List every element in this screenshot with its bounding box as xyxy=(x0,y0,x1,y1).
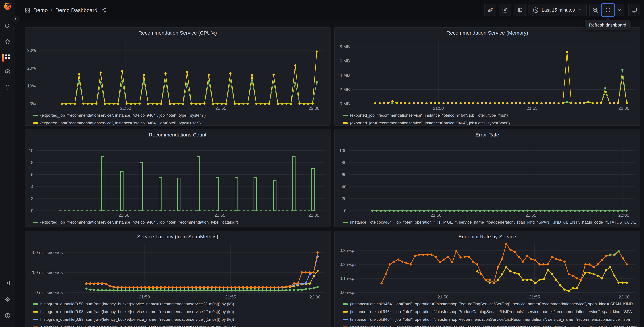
panel-legend: {exported_job="recommendationservice", i… xyxy=(336,113,639,126)
legend-color-chip xyxy=(33,326,38,327)
legend-item[interactable]: histogram_quantile(0.999, sum(rate(laten… xyxy=(33,325,329,327)
chart-area[interactable]: 02040608010021:5021:5522:00 xyxy=(336,140,639,219)
legend-color-chip xyxy=(343,122,348,124)
top-navbar: Demo / Demo Dashboard Last 15 minutes xyxy=(15,0,644,20)
legend-item[interactable]: {instance="otelcol:9464", job="otel", op… xyxy=(343,317,639,322)
svg-text:21:55: 21:55 xyxy=(216,106,226,111)
dashboard-grid: Recommendation Service (CPU%)0%10%20%30%… xyxy=(25,27,640,327)
chevron-down-icon xyxy=(616,7,623,13)
legend-label: {exported_job="recommendationservice", i… xyxy=(350,121,510,126)
svg-text:60: 60 xyxy=(342,172,346,177)
panel-title[interactable]: Service Latency (from SpanMetrics) xyxy=(26,231,329,242)
sidebar xyxy=(0,0,15,327)
legend-item[interactable]: {exported_job="recommendationservice", i… xyxy=(343,113,639,118)
svg-text:21:50: 21:50 xyxy=(438,294,448,300)
svg-text:0.3 req/s: 0.3 req/s xyxy=(340,248,356,253)
svg-text:22:00: 22:00 xyxy=(310,294,320,300)
legend-item[interactable]: {exported_job="recommendationservice", i… xyxy=(343,120,639,126)
legend-color-chip xyxy=(33,122,38,124)
panel-title[interactable]: Recommendation Service (CPU%) xyxy=(26,28,329,38)
panel-legend: {instance="otelcol:9464", job="otel", op… xyxy=(336,220,639,225)
legend-item[interactable]: {exported_job="recommendationservice", i… xyxy=(33,220,329,225)
panel-service-latency-from-spanmetrics: Service Latency (from SpanMetrics)0 mill… xyxy=(25,231,331,327)
monitor-icon xyxy=(631,7,638,13)
legend-item[interactable]: histogram_quantile(0.95, sum(rate(latenc… xyxy=(33,309,329,314)
panel-title[interactable]: Error Rate xyxy=(336,130,639,140)
share-icon[interactable] xyxy=(101,8,106,13)
dashboards-icon[interactable] xyxy=(4,54,10,60)
svg-text:200 milliseconds: 200 milliseconds xyxy=(30,270,63,275)
svg-text:21:55: 21:55 xyxy=(525,213,536,218)
grafana-logo[interactable] xyxy=(4,2,12,10)
panel-recommendation-service-cpu: Recommendation Service (CPU%)0%10%20%30%… xyxy=(25,27,331,126)
explore-compass-icon[interactable] xyxy=(4,69,10,75)
help-icon[interactable] xyxy=(4,312,10,318)
legend-label: histogram_quantile(0.95, sum(rate(latenc… xyxy=(40,309,234,314)
svg-text:0: 0 xyxy=(31,208,34,213)
legend-item[interactable]: {exported_job="recommendationservice", i… xyxy=(33,120,329,126)
panel-legend: {instance="otelcol:9464", job="otel", op… xyxy=(336,302,639,327)
svg-text:4 MB: 4 MB xyxy=(340,73,350,78)
panel-title[interactable]: Recommendations Count xyxy=(26,130,329,140)
legend-item[interactable]: {instance="otelcol:9464", job="otel", op… xyxy=(343,220,639,225)
svg-text:21:50: 21:50 xyxy=(433,106,444,111)
chart-area[interactable]: 0 MB2 MB4 MB6 MB8 MB21:5021:5522:00 xyxy=(336,38,639,112)
refresh-icon xyxy=(605,7,611,13)
legend-color-chip xyxy=(343,326,348,327)
svg-text:10: 10 xyxy=(28,148,34,153)
legend-color-chip xyxy=(343,311,348,312)
svg-text:22:00: 22:00 xyxy=(618,213,629,218)
legend-item[interactable]: histogram_quantile(0.99, sum(rate(latenc… xyxy=(33,317,329,322)
add-panel-button[interactable] xyxy=(484,4,496,16)
alerting-bell-icon[interactable] xyxy=(4,84,10,90)
dashboard-settings-button[interactable] xyxy=(514,4,526,16)
svg-text:40: 40 xyxy=(342,184,346,189)
search-icon[interactable] xyxy=(4,23,10,29)
svg-text:0: 0 xyxy=(344,208,346,213)
expand-sidebar-button[interactable] xyxy=(11,15,20,24)
svg-text:21:55: 21:55 xyxy=(526,106,538,111)
save-dashboard-button[interactable] xyxy=(499,4,511,16)
svg-text:22:00: 22:00 xyxy=(619,294,630,300)
svg-text:0 milliseconds: 0 milliseconds xyxy=(36,290,63,295)
chart-area[interactable]: 0%10%20%30%21:5021:5522:00 xyxy=(26,38,329,112)
svg-text:30%: 30% xyxy=(27,48,36,53)
svg-text:8 MB: 8 MB xyxy=(340,44,350,49)
sign-in-icon[interactable] xyxy=(4,280,10,286)
svg-text:20%: 20% xyxy=(27,66,36,71)
breadcrumb-current[interactable]: Demo Dashboard xyxy=(55,7,97,14)
legend-item[interactable]: {instance="otelcol:9464", job="otel", op… xyxy=(343,309,639,314)
panel-error-rate: Error Rate02040608010021:5021:5522:00{in… xyxy=(334,129,640,228)
svg-text:22:00: 22:00 xyxy=(618,106,629,111)
svg-text:80: 80 xyxy=(342,160,346,165)
favorites-star-icon[interactable] xyxy=(4,38,10,44)
svg-text:0 MB: 0 MB xyxy=(340,101,350,106)
legend-color-chip xyxy=(33,319,38,320)
kiosk-mode-button[interactable] xyxy=(628,4,640,16)
zoom-out-time-button[interactable] xyxy=(589,4,601,16)
svg-text:4: 4 xyxy=(31,184,34,189)
chart-area[interactable]: 024681021:5021:5522:00 xyxy=(26,140,329,219)
tooltip-arrow xyxy=(606,18,610,20)
refresh-dashboard-button[interactable] xyxy=(602,4,614,16)
legend-label: histogram_quantile(0.999, sum(rate(laten… xyxy=(40,325,236,327)
legend-color-chip xyxy=(33,311,38,312)
svg-text:21:50: 21:50 xyxy=(120,106,131,111)
chart-area[interactable]: 0 milliseconds200 milliseconds400 millis… xyxy=(26,242,329,300)
panel-title[interactable]: Endpoint Rate by Service xyxy=(336,231,639,242)
refresh-interval-caret-button[interactable] xyxy=(615,4,624,16)
time-range-picker[interactable]: Last 15 minutes xyxy=(528,4,586,16)
breadcrumb-root[interactable]: Demo xyxy=(34,7,48,14)
breadcrumb: Demo / Demo Dashboard xyxy=(25,0,106,20)
legend-item[interactable]: histogram_quantile(0.50, sum(rate(latenc… xyxy=(33,302,329,306)
legend-item[interactable]: {instance="otelcol:9464", job="otel", op… xyxy=(343,302,639,306)
panel-recommendation-service-memory: Recommendation Service (Memory)0 MB2 MB4… xyxy=(334,27,640,126)
legend-item[interactable]: {instance="otelcol:9464", job="otel", op… xyxy=(343,325,639,327)
svg-text:20: 20 xyxy=(342,196,346,201)
clock-icon xyxy=(532,7,539,13)
settings-gear-icon[interactable] xyxy=(4,296,10,302)
legend-item[interactable]: {exported_job="recommendationservice", i… xyxy=(33,113,329,118)
active-section-indicator xyxy=(2,54,4,62)
chart-area[interactable]: 0.0 req/s0.1 req/s0.2 req/s0.3 req/s21:5… xyxy=(336,242,639,300)
legend-color-chip xyxy=(33,222,38,223)
